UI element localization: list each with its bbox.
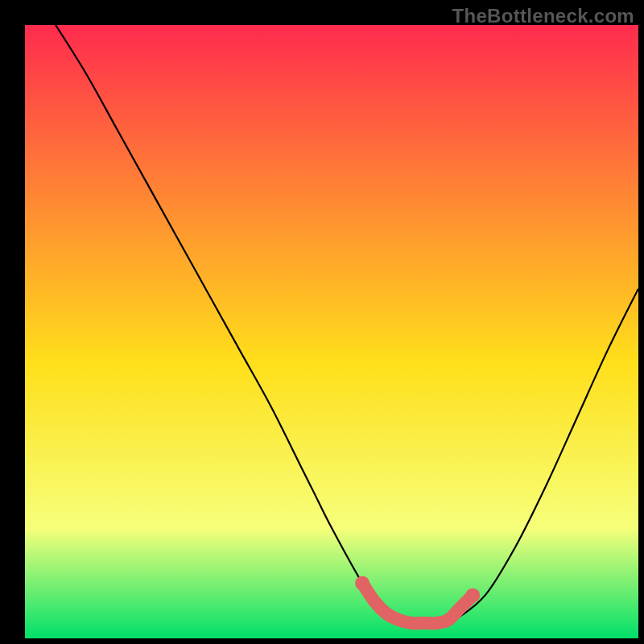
bottleneck-chart bbox=[0, 0, 644, 644]
plot-background bbox=[25, 25, 638, 638]
marker-dot bbox=[355, 576, 369, 590]
marker-dot bbox=[465, 588, 480, 603]
watermark-text: TheBottleneck.com bbox=[452, 5, 634, 27]
chart-container: TheBottleneck.com bbox=[0, 0, 644, 644]
